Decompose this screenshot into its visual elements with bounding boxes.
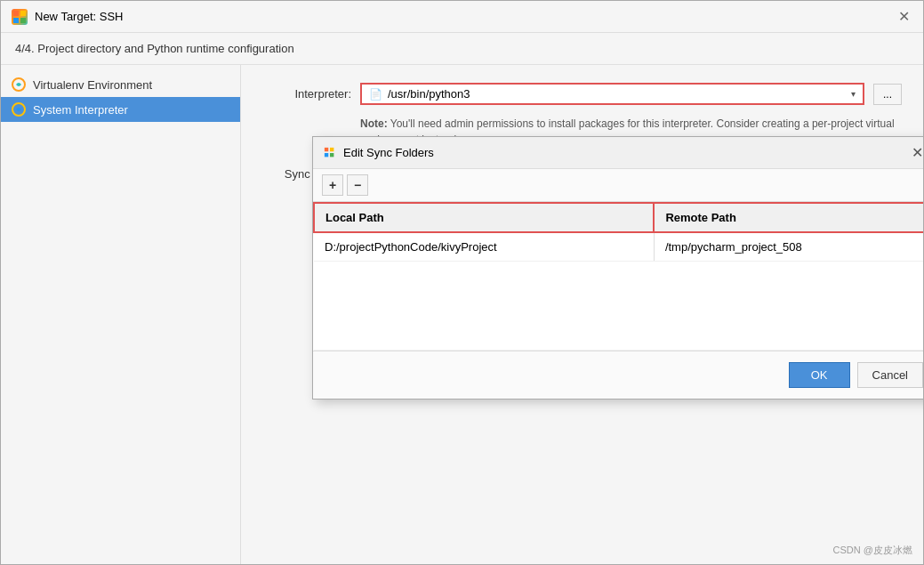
local-path-header-label: Local Path xyxy=(325,211,384,224)
table-row[interactable]: D:/projectPythonCode/kivyProject /tmp/py… xyxy=(314,232,923,262)
interpreter-row: Interpreter: 📄 /usr/bin/python3 ▾ ... xyxy=(262,83,902,105)
sidebar-item-system-interpreter-label: System Interpreter xyxy=(33,103,128,117)
svg-rect-8 xyxy=(325,153,328,157)
interpreter-value: /usr/bin/python3 xyxy=(388,87,470,101)
svg-rect-7 xyxy=(330,147,333,150)
file-icon: 📄 xyxy=(369,88,382,101)
sidebar-item-virtualenv[interactable]: Virtualenv Environment xyxy=(1,72,240,97)
table-header-row: Local Path Remote Path xyxy=(314,203,923,232)
title-bar: New Target: SSH ✕ xyxy=(1,1,923,33)
remote-path-value: /tmp/pycharm_project_508 xyxy=(665,240,802,254)
svg-rect-6 xyxy=(325,147,328,150)
svg-rect-9 xyxy=(330,153,333,157)
add-sync-folder-button[interactable]: + xyxy=(322,174,343,196)
edit-sync-folders-dialog: Edit Sync Folders ✕ + − Local Path xyxy=(312,136,923,400)
dialog-title-bar: Edit Sync Folders ✕ xyxy=(313,137,923,169)
content-area: Virtualenv Environment System Interprete… xyxy=(1,65,923,564)
svg-rect-2 xyxy=(13,18,19,23)
remote-path-column-header: Remote Path xyxy=(654,203,923,232)
subtitle-bar: 4/4. Project directory and Python runtim… xyxy=(1,33,923,65)
app-icon xyxy=(12,9,28,25)
title-bar-left: New Target: SSH xyxy=(12,9,123,25)
sync-folders-table-body: D:/projectPythonCode/kivyProject /tmp/py… xyxy=(314,232,923,351)
svg-rect-0 xyxy=(13,11,19,16)
main-window: New Target: SSH ✕ 4/4. Project directory… xyxy=(0,0,924,565)
window-close-button[interactable]: ✕ xyxy=(895,8,912,26)
interpreter-label: Interpreter: xyxy=(262,87,351,101)
dialog-close-button[interactable]: ✕ xyxy=(912,144,923,161)
system-interpreter-icon xyxy=(12,102,26,117)
cancel-button[interactable]: Cancel xyxy=(857,362,923,388)
note-bold: Note: xyxy=(360,117,388,130)
sidebar: Virtualenv Environment System Interprete… xyxy=(1,65,241,564)
dialog-footer: OK Cancel xyxy=(313,351,923,399)
dropdown-arrow-icon[interactable]: ▾ xyxy=(851,89,856,99)
local-path-value: D:/projectPythonCode/kivyProject xyxy=(325,240,497,254)
dialog-icon xyxy=(324,147,336,159)
remote-path-header-label: Remote Path xyxy=(665,211,735,224)
virtualenv-icon xyxy=(12,77,26,92)
dialog-title-left: Edit Sync Folders xyxy=(324,146,434,159)
dialog-toolbar: + − xyxy=(313,169,923,202)
ok-button[interactable]: OK xyxy=(789,362,850,388)
remove-sync-folder-button[interactable]: − xyxy=(347,174,368,196)
dialog-title-text: Edit Sync Folders xyxy=(343,146,434,159)
svg-rect-1 xyxy=(20,11,26,16)
window-title: New Target: SSH xyxy=(35,10,123,23)
local-path-cell: D:/projectPythonCode/kivyProject xyxy=(314,232,654,262)
interpreter-browse-button[interactable]: ... xyxy=(873,84,902,105)
sidebar-item-system-interpreter[interactable]: System Interpreter xyxy=(1,97,240,122)
local-path-column-header: Local Path xyxy=(314,203,654,232)
sidebar-item-virtualenv-label: Virtualenv Environment xyxy=(33,78,152,92)
subtitle-text: 4/4. Project directory and Python runtim… xyxy=(15,42,294,55)
svg-rect-3 xyxy=(20,18,26,23)
remote-path-cell: /tmp/pycharm_project_508 xyxy=(654,232,923,262)
interpreter-input-box: 📄 /usr/bin/python3 ▾ xyxy=(360,83,864,105)
watermark: CSDN @皮皮冰燃 xyxy=(833,544,912,557)
sync-folders-table: Local Path Remote Path D:/projectPythonC… xyxy=(313,202,923,351)
main-panel: Interpreter: 📄 /usr/bin/python3 ▾ ... No… xyxy=(241,65,923,564)
